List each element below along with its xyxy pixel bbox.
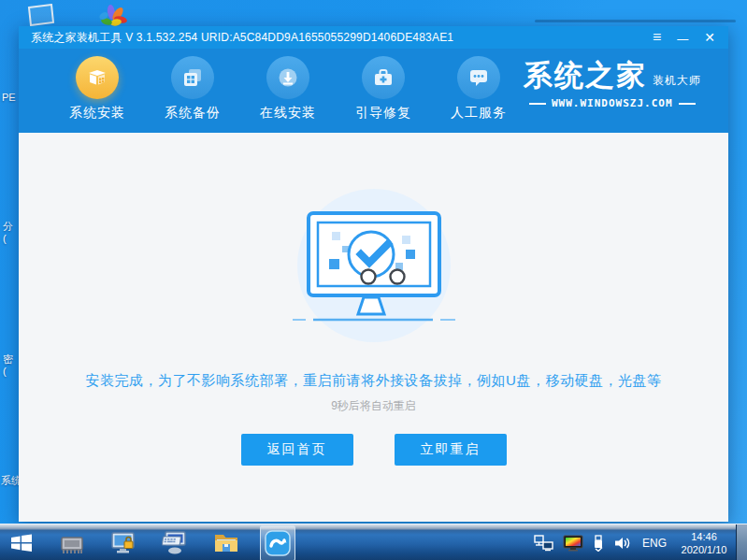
language-indicator[interactable]: ENG <box>642 537 667 550</box>
installer-window: 系统之家装机工具 V 3.1.532.254 URID:A5C84DD9A165… <box>19 26 728 522</box>
menu-icon[interactable]: ≡ <box>653 30 661 45</box>
desktop-icon-label[interactable]: PE <box>2 92 16 104</box>
taskbar-installer-app-button[interactable] <box>260 525 295 560</box>
restart-now-button[interactable]: 立即重启 <box>395 434 507 466</box>
clock-time: 14:46 <box>677 530 731 543</box>
chat-bubble-icon <box>457 56 500 99</box>
window-title: 系统之家装机工具 V 3.1.532.254 URID:A5C84DD9A165… <box>31 30 653 46</box>
system-tray: ENG 14:46 2020/1/10 <box>534 524 731 560</box>
network-tray-icon[interactable] <box>534 535 554 552</box>
brand-website-text: WWW.WINDOWSZJ.COM <box>552 97 673 109</box>
action-buttons: 返回首页 立即重启 <box>241 434 507 466</box>
nav-item-system-install[interactable]: 系统安装 <box>50 49 145 122</box>
brand-name: 系统之家 <box>524 60 647 92</box>
start-button[interactable] <box>6 527 37 559</box>
backup-copy-icon <box>171 56 214 99</box>
show-desktop-button[interactable] <box>736 524 747 560</box>
nav-item-label: 系统安装 <box>69 105 125 122</box>
nav-item-online-install[interactable]: 在线安装 <box>240 49 336 122</box>
nav-item-human-service[interactable]: 人工服务 <box>431 49 526 122</box>
completion-message: 安装完成，为了不影响系统部署，重启前请将外接设备拔掉，例如U盘，移动硬盘，光盘等 <box>86 372 662 390</box>
clock[interactable]: 14:46 2020/1/10 <box>677 530 731 556</box>
nav-item-label: 在线安装 <box>260 105 316 122</box>
install-complete-illustration <box>285 187 463 348</box>
display-color-tray-icon[interactable] <box>563 535 583 552</box>
window-controls: ≡ — ✕ <box>653 30 715 45</box>
usb-tray-icon[interactable] <box>592 535 605 552</box>
desktop-icon-label[interactable]: 密 ( <box>3 353 13 378</box>
brand-logo: 系统之家 装机大师 WWW.WINDOWSZJ.COM <box>524 60 720 109</box>
minimize-icon[interactable]: — <box>677 34 688 45</box>
background-window-edge <box>535 20 736 22</box>
nav-bar: 系统安装 系统备份 <box>19 49 728 133</box>
taskbar-remote-lock-icon[interactable] <box>108 527 139 559</box>
taskbar-memory-chip-icon[interactable] <box>56 527 88 559</box>
installer-app-icon <box>264 529 292 557</box>
windows-flag-icon <box>8 530 35 556</box>
brand-website: WWW.WINDOWSZJ.COM <box>524 97 720 109</box>
restart-countdown: 9秒后将自动重启 <box>331 398 416 414</box>
nav-item-label: 人工服务 <box>451 105 507 122</box>
desktop: PE 分 ( 密 ( 系统 系统之家装机工具 V 3.1.532.254 URI… <box>0 0 747 560</box>
download-circle-icon <box>266 56 309 99</box>
taskbar: ENG 14:46 2020/1/10 <box>0 524 747 560</box>
nav-items: 系统安装 系统备份 <box>50 49 526 122</box>
install-box-icon <box>76 56 119 99</box>
close-icon[interactable]: ✕ <box>704 31 715 44</box>
nav-item-boot-repair[interactable]: 引导修复 <box>336 49 431 122</box>
nav-item-label: 系统备份 <box>165 105 221 122</box>
desktop-this-pc-icon[interactable] <box>25 4 57 26</box>
repair-toolbox-icon <box>362 56 405 99</box>
nav-item-label: 引导修复 <box>355 105 411 122</box>
volume-tray-icon[interactable] <box>613 535 632 552</box>
taskbar-onscreen-keyboard-icon[interactable] <box>159 527 191 559</box>
desktop-flower-logo-icon[interactable] <box>95 5 131 27</box>
titlebar[interactable]: 系统之家装机工具 V 3.1.532.254 URID:A5C84DD9A165… <box>19 26 728 49</box>
taskbar-file-explorer-icon[interactable] <box>210 527 242 559</box>
clock-date: 2020/1/10 <box>677 543 731 556</box>
back-home-button[interactable]: 返回首页 <box>241 434 353 466</box>
brand-tagline: 装机大师 <box>653 73 701 89</box>
desktop-icon-label[interactable]: 分 ( <box>3 221 13 245</box>
main-content: 安装完成，为了不影响系统部署，重启前请将外接设备拔掉，例如U盘，移动硬盘，光盘等… <box>19 133 728 522</box>
nav-item-system-backup[interactable]: 系统备份 <box>145 49 240 122</box>
